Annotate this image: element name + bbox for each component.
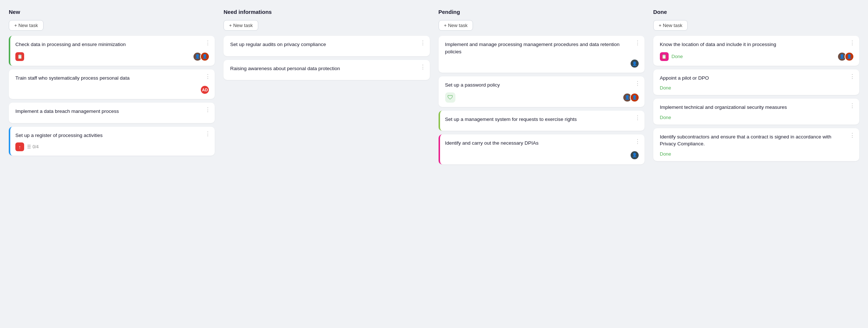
column-need-info: Need informations + New task ⋮ Set up re… [223,9,429,84]
card-footer: 📋 👤 👤 [15,52,210,61]
kanban-board: New + New task ⋮ Check data in processin… [9,9,859,168]
card-title: Appoint a pilot or DPO [660,75,854,82]
card-title: Set up a register of processing activiti… [15,132,210,139]
avatar: 👤 [845,52,854,61]
card-technical-security: ⋮ Implement technical and organizational… [653,99,859,125]
card-regular-audits: ⋮ Set up regular audits on privacy compl… [223,36,429,56]
card-title: Set up a password policy [445,81,639,89]
column-header-done: Done [653,9,859,15]
card-title: Identify and carry out the necessary DPI… [445,140,639,147]
card-title: Train staff who systematically process p… [15,75,210,82]
new-task-btn-done[interactable]: + New task [653,20,688,31]
priority-icon: ↑ [15,142,24,151]
card-meta: 📋 Done [660,52,683,61]
more-icon[interactable]: ⋮ [635,40,641,46]
more-icon[interactable]: ⋮ [849,40,856,46]
subtask-icon: ☰ [27,144,31,149]
column-new: New + New task ⋮ Check data in processin… [9,9,215,159]
new-task-btn-need-info[interactable]: + New task [223,20,258,31]
card-title: Set up a management system for requests … [445,116,639,123]
avatar: 👤 [630,150,639,160]
more-icon[interactable]: ⋮ [635,115,641,121]
card-register-processing: ⋮ Set up a register of processing activi… [9,127,215,156]
more-icon[interactable]: ⋮ [205,40,211,46]
new-task-btn-pending[interactable]: + New task [439,20,473,31]
card-train-staff: ⋮ Train staff who systematically process… [9,69,215,99]
card-appoint-dpo: ⋮ Appoint a pilot or DPO Done [653,69,859,95]
column-header-pending: Pending [439,9,645,15]
more-icon[interactable]: ⋮ [205,74,211,80]
avatar: 👤 [630,93,639,102]
more-icon[interactable]: ⋮ [849,74,856,80]
column-pending: Pending + New task ⋮ Implement and manag… [439,9,645,168]
card-meta: ↑ ☰ 0/4 [15,142,39,151]
avatars: 👤 👤 [193,52,210,61]
card-data-breach: ⋮ Implement a data breach management pro… [9,103,215,123]
card-title: Check data in processing and ensure mini… [15,41,210,48]
shield-icon: 🛡 [445,92,455,103]
more-icon[interactable]: ⋮ [205,131,211,137]
column-header-need-info: Need informations [223,9,429,15]
status-done: Done [660,115,671,120]
card-footer: ↑ ☰ 0/4 [15,142,210,151]
card-footer: 👤 [445,59,639,68]
column-header-new: New [9,9,215,15]
tag-icon: 📋 [660,52,669,61]
avatars: 👤 [630,150,639,160]
card-subcontractors: ⋮ Identify subcontractors and ensure tha… [653,128,859,161]
status-done: Done [660,151,671,157]
card-title: Raising awareness about personal data pr… [230,65,424,72]
status-done: Done [660,85,671,91]
card-footer: Done [660,151,854,157]
card-title: Implement and manage processing manageme… [445,41,639,55]
more-icon[interactable]: ⋮ [635,139,641,145]
tag-icon: 📋 [15,52,24,61]
more-icon[interactable]: ⋮ [420,40,426,46]
card-check-data: ⋮ Check data in processing and ensure mi… [9,36,215,66]
card-footer: 👤 [445,150,639,160]
more-icon[interactable]: ⋮ [635,81,641,87]
avatar: AD [200,85,210,95]
avatars: 👤 👤 [837,52,854,61]
card-title: Know the location of data and include it… [660,41,854,48]
avatars: AD [200,85,210,95]
avatars: 👤 [630,59,639,68]
column-done: Done + New task ⋮ Know the location of d… [653,9,859,165]
avatars: 👤 👤 [623,93,639,102]
card-footer: 📋 Done 👤 👤 [660,52,854,61]
card-raising-awareness: ⋮ Raising awareness about personal data … [223,60,429,80]
card-dpias: ⋮ Identify and carry out the necessary D… [439,134,645,164]
subtask-count: ☰ 0/4 [27,144,39,149]
card-footer: Done [660,85,854,91]
status-done: Done [672,54,683,59]
card-management-system: ⋮ Set up a management system for request… [439,111,645,131]
more-icon[interactable]: ⋮ [849,103,856,109]
new-task-btn-new[interactable]: + New task [9,20,44,31]
card-title: Implement technical and organizational s… [660,104,854,111]
card-footer: Done [660,115,854,120]
card-title: Set up regular audits on privacy complia… [230,41,424,48]
avatar: 👤 [200,52,210,61]
more-icon[interactable]: ⋮ [849,133,856,138]
card-location-data: ⋮ Know the location of data and include … [653,36,859,66]
more-icon[interactable]: ⋮ [205,107,211,113]
card-password-policy: ⋮ Set up a password policy 🛡 👤 👤 [439,76,645,107]
card-title: Identify subcontractors and ensure that … [660,133,854,148]
card-title: Implement a data breach management proce… [15,108,210,115]
more-icon[interactable]: ⋮ [420,64,426,70]
card-footer: AD [15,85,210,95]
avatar: 👤 [630,59,639,68]
card-processing-procedures: ⋮ Implement and manage processing manage… [439,36,645,73]
card-footer: 🛡 👤 👤 [445,92,639,103]
